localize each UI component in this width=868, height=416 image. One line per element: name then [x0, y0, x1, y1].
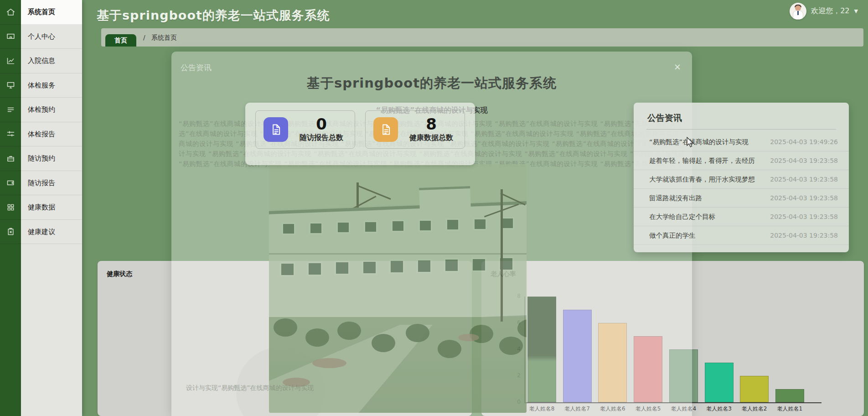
x-category-label: 老人姓名1 — [772, 405, 807, 413]
avatar[interactable] — [790, 3, 806, 20]
sidebar-item-10[interactable]: 健康建议 — [21, 220, 82, 244]
close-icon[interactable]: × — [674, 62, 681, 71]
chevron-down-icon[interactable]: ▼ — [854, 8, 858, 14]
sidebar-item-8[interactable]: 随访报告 — [21, 171, 82, 196]
sidebar-icon-sliders-icon[interactable] — [0, 122, 21, 147]
announcement-date: 2025-04-03 19:23:58 — [770, 232, 838, 239]
announcement-row[interactable]: 做个真正的学生2025-04-03 19:23:58 — [634, 226, 849, 245]
document-icon — [379, 123, 392, 136]
breadcrumb-current: 系统首页 — [151, 34, 177, 42]
photo-green-tint — [269, 164, 527, 413]
bar-老人姓名2[interactable] — [740, 376, 769, 402]
announcement-text[interactable]: 做个真正的学生 — [649, 231, 696, 240]
sidebar-icon-wallet-icon[interactable] — [0, 171, 21, 196]
briefcase-icon — [6, 154, 16, 163]
avatar-head — [795, 5, 801, 11]
announcement-date: 2025-04-03 19:23:58 — [770, 194, 838, 202]
wallet-icon — [6, 178, 16, 187]
page-title: 基于springboot的养老一站式服务系统 — [97, 7, 330, 24]
announcement-text[interactable]: 在大学给自己定个目标 — [649, 213, 715, 221]
stat-label: 随访报告总数 — [300, 133, 343, 143]
announcement-text[interactable]: 大学就该抓住青春，用汗水实现梦想 — [649, 175, 755, 184]
sidebar-item-3[interactable]: 入院信息 — [21, 49, 82, 73]
sidebar-menu: 系统首页个人中心入院信息体检服务体检预约体检报告随访预约随访报告健康数据健康建议 — [21, 0, 82, 416]
sidebar-icon-monitor-icon[interactable] — [0, 73, 21, 98]
announcement-date: 2025-04-03 19:23:58 — [770, 157, 838, 164]
modal-corner-label: 公告资讯 — [181, 62, 212, 73]
announcement-row[interactable]: 留退路就没有出路2025-04-03 19:23:58 — [634, 189, 849, 208]
monitor-icon — [6, 80, 16, 90]
modal-title: 基于springboot的养老一站式服务系统 — [171, 74, 692, 93]
sidebar-icon-chart-icon[interactable] — [0, 49, 21, 73]
announcement-text[interactable]: 留退路就没有出路 — [649, 194, 702, 203]
divider — [646, 129, 836, 130]
sidebar-item-5[interactable]: 体检预约 — [21, 98, 82, 122]
announcements-title: 公告资讯 — [647, 112, 682, 124]
sidebar-item-7[interactable]: 随访预约 — [21, 146, 82, 171]
stat-label: 健康数据总数 — [409, 133, 453, 143]
list-icon — [6, 105, 16, 114]
announcement-row[interactable]: 趁着年轻，输得起，看得开，去经历2025-04-03 19:23:58 — [634, 151, 849, 170]
user-card-icon — [6, 31, 16, 41]
facility-photo — [269, 164, 527, 413]
announcement-text[interactable]: 趁着年轻，输得起，看得开，去经历 — [649, 156, 755, 165]
document-icon — [264, 117, 288, 142]
sidebar-item-1[interactable]: 系统首页 — [21, 0, 82, 25]
announcement-text[interactable]: “易购甄选”在线商城的设计与实现 — [649, 138, 749, 146]
x-category-label: 老人姓名2 — [737, 405, 772, 413]
mouse-cursor — [687, 137, 694, 148]
announcements-panel: 公告资讯 “易购甄选”在线商城的设计与实现2025-04-03 19:49:26… — [634, 103, 849, 252]
health-status-title: 健康状态 — [107, 270, 132, 278]
chart-icon — [6, 56, 16, 66]
breadcrumb: 首页 / 系统首页 — [101, 28, 863, 47]
sidebar-item-4[interactable]: 体检服务 — [21, 73, 82, 98]
x-category-label: 老人姓名3 — [701, 405, 737, 413]
bar-老人姓名1[interactable] — [775, 389, 804, 402]
home-icon — [6, 7, 16, 17]
stats-card: 0 随访报告总数 8 健康数据总数 — [245, 103, 475, 165]
breadcrumb-separator: / — [143, 34, 145, 41]
announcement-modal-overlay: 公告资讯 × 基于springboot的养老一站式服务系统 “易购甄选”在线商城… — [171, 52, 692, 416]
announcement-row[interactable]: “易购甄选”在线商城的设计与实现2025-04-03 19:49:26 — [634, 133, 849, 151]
document-icon — [373, 117, 398, 142]
sidebar-item-6[interactable]: 体检报告 — [21, 122, 82, 147]
stat-value: 0 — [316, 116, 327, 133]
grid-icon — [6, 203, 16, 212]
sliders-icon — [6, 129, 16, 139]
clipboard-icon — [6, 227, 16, 236]
sidebar-item-9[interactable]: 健康数据 — [21, 195, 82, 220]
bar-老人姓名3[interactable] — [705, 363, 734, 402]
sidebar-item-2[interactable]: 个人中心 — [21, 25, 82, 49]
sidebar-icon-user-card-icon[interactable] — [0, 25, 21, 49]
document-icon — [269, 123, 282, 136]
sidebar-icon-strip — [0, 0, 21, 416]
sidebar-icon-briefcase-icon[interactable] — [0, 146, 21, 171]
announcement-date: 2025-04-03 19:23:58 — [770, 176, 838, 183]
stat-followup-reports: 0 随访报告总数 — [255, 110, 355, 149]
breadcrumb-home-tab[interactable]: 首页 — [105, 34, 136, 47]
welcome-text: 欢迎您，22 — [811, 6, 849, 16]
sidebar-icon-home-icon[interactable] — [0, 0, 21, 25]
sidebar-icon-grid-icon[interactable] — [0, 195, 21, 220]
avatar-tie — [797, 11, 799, 15]
stat-value: 8 — [426, 116, 437, 133]
sidebar-icon-clipboard-icon[interactable] — [0, 220, 21, 244]
sidebar-icon-list-icon[interactable] — [0, 98, 21, 122]
watermark-bottom-line: 设计与实现“易购甄选”在线商城的设计与实现 — [186, 384, 314, 392]
announcement-date: 2025-04-03 19:49:26 — [770, 138, 838, 146]
stat-health-data: 8 健康数据总数 — [365, 110, 465, 149]
user-area[interactable]: 欢迎您，22 ▼ — [790, 2, 858, 20]
announcement-row[interactable]: 在大学给自己定个目标2025-04-03 19:23:58 — [634, 208, 849, 226]
announcement-date: 2025-04-03 19:23:58 — [770, 213, 838, 220]
announcement-row[interactable]: 大学就该抓住青春，用汗水实现梦想2025-04-03 19:23:58 — [634, 170, 849, 189]
